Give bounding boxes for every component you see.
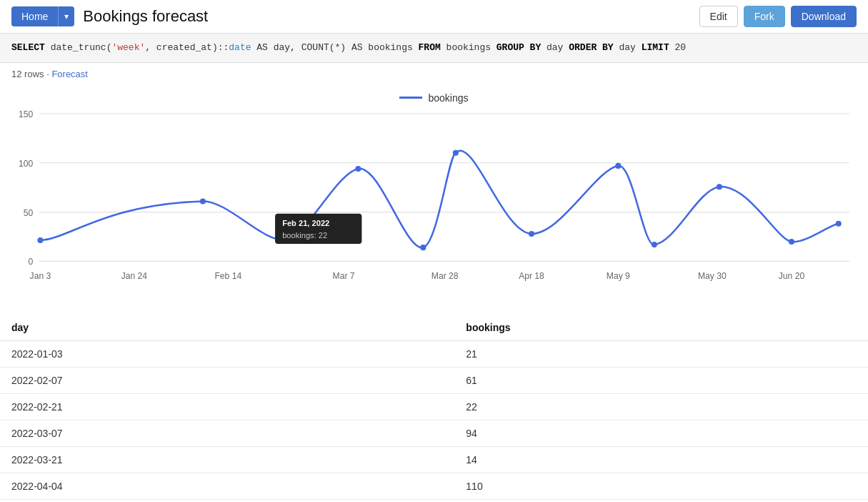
table-row: 2022-01-0321 bbox=[0, 340, 868, 367]
sql-limit-keyword: LIMIT bbox=[642, 42, 669, 53]
x-label-apr18: Apr 18 bbox=[519, 270, 544, 280]
sql-plain-4: day bbox=[541, 42, 569, 53]
y-label-50: 50 bbox=[24, 207, 34, 217]
cell-day: 2022-01-03 bbox=[0, 340, 454, 367]
sql-block: SELECT date_trunc('week', created_at)::d… bbox=[0, 34, 868, 63]
x-label-mar7: Mar 7 bbox=[333, 270, 355, 280]
cell-bookings: 61 bbox=[454, 367, 868, 393]
x-label-may9: May 9 bbox=[607, 270, 630, 280]
table-header-row: day bookings bbox=[0, 315, 868, 341]
point-jun20 bbox=[789, 239, 794, 245]
sql-func: date_trunc( bbox=[51, 42, 112, 53]
point-may9 bbox=[615, 162, 621, 168]
sql-limit-value: 20 bbox=[675, 42, 687, 53]
point-jun27 bbox=[836, 220, 842, 226]
header-actions: Edit Fork Download bbox=[699, 6, 857, 27]
cell-bookings: 21 bbox=[454, 340, 868, 367]
sql-plain-1: , created_at):: bbox=[145, 42, 229, 53]
cell-day: 2022-03-21 bbox=[0, 446, 454, 473]
cell-bookings: 94 bbox=[454, 420, 868, 446]
cell-day: 2022-02-21 bbox=[0, 393, 454, 420]
page-title: Bookings forecast bbox=[83, 7, 690, 26]
point-mar28 bbox=[453, 149, 459, 155]
row-count: 12 rows bbox=[11, 69, 44, 79]
table-row: 2022-03-2114 bbox=[0, 446, 868, 473]
sql-plain-2: AS day, COUNT(*) AS bookings bbox=[251, 42, 419, 53]
col-header-day: day bbox=[0, 315, 454, 341]
point-apr18 bbox=[529, 230, 534, 236]
fork-button[interactable]: Fork bbox=[744, 6, 785, 27]
sql-string-week: 'week' bbox=[111, 42, 145, 53]
x-label-jan24: Jan 24 bbox=[121, 270, 148, 280]
cell-bookings: 14 bbox=[454, 446, 868, 473]
chart-container: bookings 150 100 50 0 Feb 21, bbox=[0, 85, 868, 309]
sql-plain-6 bbox=[669, 42, 675, 53]
chart-legend: bookings bbox=[11, 92, 857, 104]
point-may30 bbox=[717, 184, 722, 190]
home-button[interactable]: Home bbox=[11, 6, 58, 26]
sql-select-keyword: SELECT bbox=[11, 42, 45, 53]
table-row: 2022-02-0761 bbox=[0, 367, 868, 393]
legend-color-swatch bbox=[399, 97, 422, 99]
sql-groupby-keyword: GROUP BY bbox=[497, 42, 541, 53]
point-may16 bbox=[652, 242, 657, 247]
forecast-link[interactable]: Forecast bbox=[51, 69, 88, 79]
x-label-jan3: Jan 3 bbox=[30, 270, 51, 280]
table-row: 2022-02-2122 bbox=[0, 393, 868, 420]
header: Home ▾ Bookings forecast Edit Fork Downl… bbox=[0, 0, 868, 34]
y-label-150: 150 bbox=[19, 109, 33, 119]
x-label-jun20: Jun 20 bbox=[779, 270, 805, 280]
line-path bbox=[40, 150, 838, 247]
y-label-0: 0 bbox=[29, 257, 34, 267]
x-label-may30: May 30 bbox=[698, 270, 727, 280]
x-label-feb14: Feb 14 bbox=[214, 270, 241, 280]
cell-day: 2022-04-04 bbox=[0, 473, 454, 499]
tooltip-value: bookings: 22 bbox=[282, 231, 327, 240]
sql-plain-3: bookings bbox=[441, 42, 497, 53]
download-button[interactable]: Download bbox=[791, 6, 857, 27]
cell-bookings: 110 bbox=[454, 473, 868, 499]
home-dropdown-button[interactable]: ▾ bbox=[58, 6, 74, 26]
point-mar7 bbox=[355, 165, 361, 171]
sql-type-date: date bbox=[229, 42, 251, 53]
sql-from-keyword: FROM bbox=[419, 42, 441, 53]
row-info: 12 rows · Forecast bbox=[0, 63, 868, 85]
cell-bookings: 22 bbox=[454, 393, 868, 420]
y-label-100: 100 bbox=[19, 158, 33, 168]
point-mar21 bbox=[420, 245, 426, 250]
point-feb7 bbox=[200, 198, 206, 204]
sql-orderby-keyword: ORDER BY bbox=[569, 42, 613, 53]
tooltip-date: Feb 21, 2022 bbox=[282, 218, 329, 227]
legend-label: bookings bbox=[428, 92, 468, 104]
col-header-bookings: bookings bbox=[454, 315, 868, 341]
table-row: 2022-03-0794 bbox=[0, 420, 868, 446]
point-jan3 bbox=[37, 237, 43, 243]
x-label-mar28: Mar 28 bbox=[431, 270, 459, 280]
data-table: day bookings 2022-01-03212022-02-0761202… bbox=[0, 315, 868, 500]
sql-plain-5: day bbox=[614, 42, 642, 53]
edit-button[interactable]: Edit bbox=[699, 6, 738, 27]
cell-day: 2022-03-07 bbox=[0, 420, 454, 446]
home-button-group: Home ▾ bbox=[11, 6, 74, 26]
table-row: 2022-04-04110 bbox=[0, 473, 868, 499]
line-chart: 150 100 50 0 Feb 21, 2022 bookings: 22 bbox=[11, 107, 857, 309]
cell-day: 2022-02-07 bbox=[0, 367, 454, 393]
